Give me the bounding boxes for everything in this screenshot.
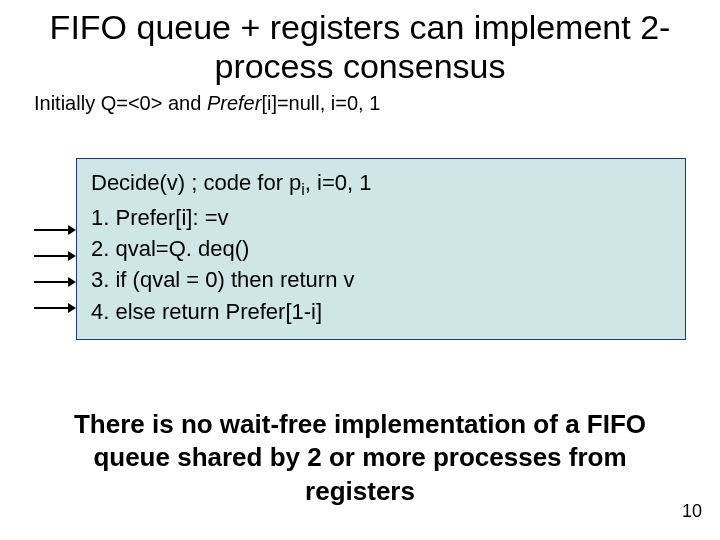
initial-prefer: Prefer [207, 92, 261, 114]
arrow-icon [34, 222, 76, 238]
code-line-3: 3. if (qval = 0) then return v [91, 264, 671, 295]
conclusion-text: There is no wait-free implementation of … [0, 408, 720, 508]
slide: FIFO queue + registers can implement 2-p… [0, 0, 720, 540]
svg-marker-5 [68, 277, 76, 287]
code-header: Decide(v) ; code for pi, i=0, 1 [91, 167, 671, 202]
code-header-pre: Decide(v) ; code for p [91, 170, 301, 195]
svg-marker-7 [68, 303, 76, 313]
code-block: Decide(v) ; code for pi, i=0, 1 1. Prefe… [34, 158, 686, 340]
code-line-4: 4. else return Prefer[1-i] [91, 296, 671, 327]
pseudocode-box: Decide(v) ; code for pi, i=0, 1 1. Prefe… [76, 158, 686, 340]
code-line-2: 2. qval=Q. deq() [91, 233, 671, 264]
slide-title: FIFO queue + registers can implement 2-p… [0, 0, 720, 86]
svg-marker-3 [68, 251, 76, 261]
svg-marker-1 [68, 225, 76, 235]
page-number: 10 [682, 501, 702, 522]
arrow-icon [34, 274, 76, 290]
initial-post: [i]=null, i=0, 1 [261, 92, 380, 114]
initial-pre: Initially Q= [34, 92, 128, 114]
arrow-icon [34, 248, 76, 264]
initial-mid: and [162, 92, 206, 114]
code-header-post: , i=0, 1 [305, 170, 372, 195]
arrow-icon [34, 300, 76, 316]
code-line-1: 1. Prefer[i]: =v [91, 202, 671, 233]
arrow-stack [34, 182, 76, 316]
initial-q: <0> [128, 92, 162, 114]
initial-state: Initially Q=<0> and Prefer[i]=null, i=0,… [0, 86, 720, 115]
